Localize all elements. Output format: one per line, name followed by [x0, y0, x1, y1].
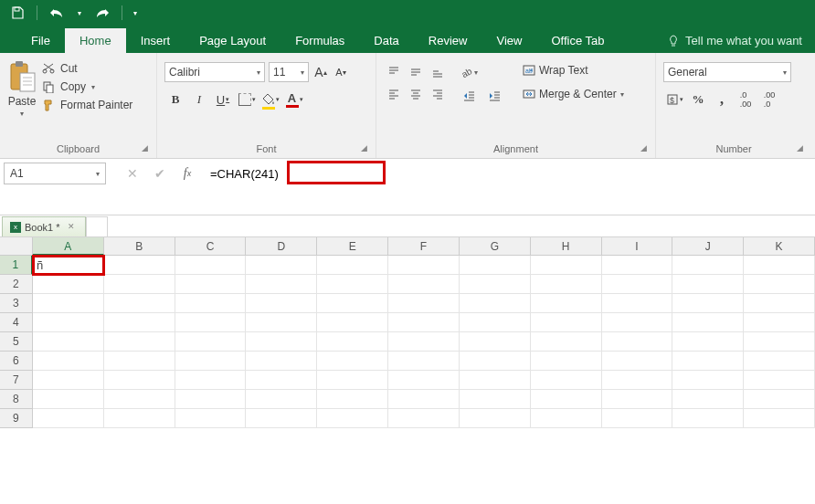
- save-button[interactable]: [5, 3, 29, 23]
- cell[interactable]: [602, 352, 673, 371]
- row-header[interactable]: 7: [0, 371, 33, 390]
- insert-function-button[interactable]: fx: [174, 163, 201, 184]
- cell[interactable]: [246, 256, 317, 275]
- tab-review[interactable]: Review: [414, 28, 482, 53]
- borders-button[interactable]: ▾: [236, 89, 258, 110]
- row-header[interactable]: 5: [0, 332, 33, 352]
- cell[interactable]: [672, 294, 744, 313]
- align-left-button[interactable]: [384, 84, 404, 104]
- cell[interactable]: [33, 294, 104, 313]
- tab-data[interactable]: Data: [359, 28, 413, 53]
- decrease-decimal-button[interactable]: .00.0: [758, 89, 780, 110]
- align-right-button[interactable]: [428, 84, 448, 104]
- row-header[interactable]: 6: [0, 352, 33, 371]
- cell[interactable]: [33, 275, 104, 294]
- cell[interactable]: [602, 409, 673, 428]
- redo-button[interactable]: [90, 3, 114, 23]
- cell[interactable]: [104, 256, 175, 275]
- cell[interactable]: [744, 390, 815, 409]
- row-header[interactable]: 3: [0, 294, 33, 313]
- cell[interactable]: [246, 294, 317, 313]
- cell[interactable]: [388, 294, 460, 313]
- cell[interactable]: [460, 371, 531, 390]
- tab-file[interactable]: File: [16, 28, 65, 53]
- cell[interactable]: [175, 371, 247, 390]
- cell[interactable]: [672, 409, 744, 428]
- cell[interactable]: [388, 275, 460, 294]
- cell[interactable]: [672, 332, 744, 352]
- cell[interactable]: [317, 352, 388, 371]
- cell[interactable]: [33, 352, 104, 371]
- cell[interactable]: [246, 371, 317, 390]
- bold-button[interactable]: B: [164, 89, 186, 110]
- tab-formulas[interactable]: Formulas: [280, 28, 359, 53]
- cancel-formula-button[interactable]: ✕: [119, 163, 146, 184]
- cell[interactable]: [388, 332, 460, 352]
- cell[interactable]: [388, 256, 460, 275]
- merge-center-button[interactable]: Merge & Center ▾: [519, 86, 628, 102]
- cell[interactable]: [602, 390, 673, 409]
- cell[interactable]: [388, 352, 460, 371]
- column-header[interactable]: K: [744, 237, 815, 256]
- name-box[interactable]: A1 ▾: [4, 163, 106, 184]
- cell[interactable]: [744, 256, 815, 275]
- cell[interactable]: [104, 332, 175, 352]
- cell[interactable]: [460, 409, 531, 428]
- cell[interactable]: [531, 352, 602, 371]
- cell[interactable]: [672, 313, 744, 332]
- cell[interactable]: [602, 313, 673, 332]
- alignment-dialog-launcher[interactable]: ◢: [640, 143, 651, 154]
- cell[interactable]: [388, 409, 460, 428]
- cell[interactable]: [104, 390, 175, 409]
- formula-input[interactable]: [206, 163, 811, 184]
- clipboard-dialog-launcher[interactable]: ◢: [142, 143, 153, 154]
- row-header[interactable]: 8: [0, 390, 33, 409]
- align-top-button[interactable]: [384, 62, 404, 82]
- row-header[interactable]: 9: [0, 409, 33, 428]
- cell[interactable]: [317, 294, 388, 313]
- cell[interactable]: [531, 371, 602, 390]
- cell[interactable]: [317, 256, 388, 275]
- row-header[interactable]: 1: [0, 256, 33, 275]
- cell[interactable]: [672, 371, 744, 390]
- align-bottom-button[interactable]: [428, 62, 448, 82]
- cell[interactable]: [33, 409, 104, 428]
- cell[interactable]: [33, 313, 104, 332]
- cell[interactable]: [531, 313, 602, 332]
- cell[interactable]: [104, 275, 175, 294]
- cell[interactable]: [104, 352, 175, 371]
- cell[interactable]: [602, 332, 673, 352]
- cell[interactable]: [388, 390, 460, 409]
- align-center-button[interactable]: [406, 84, 426, 104]
- column-header[interactable]: C: [175, 237, 247, 256]
- cell[interactable]: [602, 256, 673, 275]
- cell[interactable]: [246, 352, 317, 371]
- increase-font-button[interactable]: A▴: [312, 62, 329, 82]
- cell[interactable]: [104, 371, 175, 390]
- tab-view[interactable]: View: [482, 28, 536, 53]
- decrease-font-button[interactable]: A▾: [333, 62, 349, 82]
- enter-formula-button[interactable]: ✔: [146, 163, 174, 184]
- cell[interactable]: [317, 409, 388, 428]
- percent-button[interactable]: %: [687, 89, 709, 110]
- cell[interactable]: [317, 390, 388, 409]
- accounting-format-button[interactable]: $▾: [663, 89, 685, 110]
- column-header[interactable]: E: [317, 237, 388, 256]
- cell[interactable]: [175, 390, 247, 409]
- italic-button[interactable]: I: [188, 89, 210, 110]
- cell[interactable]: [104, 313, 175, 332]
- cell[interactable]: [460, 332, 531, 352]
- cell[interactable]: [175, 332, 247, 352]
- select-all-corner[interactable]: [0, 237, 33, 256]
- cell[interactable]: [744, 275, 815, 294]
- cell[interactable]: [317, 371, 388, 390]
- tab-office-tab[interactable]: Office Tab: [536, 28, 619, 53]
- row-header[interactable]: 2: [0, 275, 33, 294]
- cell[interactable]: [246, 313, 317, 332]
- cell[interactable]: [531, 332, 602, 352]
- tab-page-layout[interactable]: Page Layout: [185, 28, 280, 53]
- cut-button[interactable]: Cut: [42, 62, 132, 75]
- column-header[interactable]: J: [672, 237, 744, 256]
- font-name-combo[interactable]: Calibri ▾: [164, 62, 265, 82]
- copy-button[interactable]: Copy ▾: [42, 80, 132, 93]
